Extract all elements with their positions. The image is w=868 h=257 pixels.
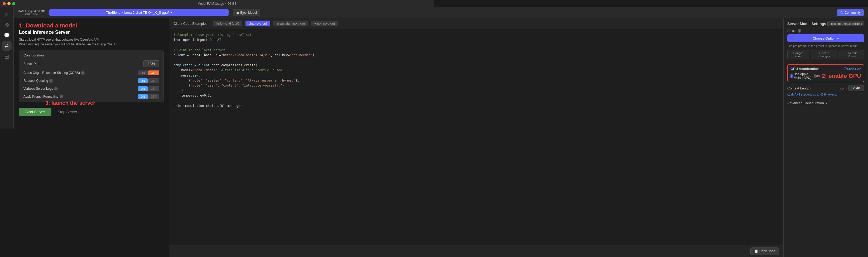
server-buttons: Start Server Stop Server	[19, 108, 164, 116]
eject-label: Eject Model	[240, 11, 257, 15]
request-queue-row: Request Queuing i ON OFF	[24, 78, 159, 83]
cors-on-button[interactable]: ON	[138, 70, 148, 75]
apply-prompt-row: Apply Prompt Formatting i ON OFF	[24, 94, 159, 99]
request-queue-toggle: ON OFF	[138, 78, 159, 83]
cors-off-button[interactable]: OFF	[148, 70, 159, 75]
left-panel: 1: Download a model Local Inference Serv…	[14, 18, 169, 128]
code-line: from openai import OpenAI	[174, 37, 434, 42]
tab-chat-python[interactable]: chat (python)	[246, 21, 270, 26]
tab-hello-world[interactable]: hello world (curl)	[213, 21, 242, 26]
titlebar: Model RAM Usage 4.56 GB	[0, 0, 434, 7]
header-bar: RAM Usage 4.56 GB CPU: 0 % TheBloke • ll…	[14, 7, 434, 18]
model-name-label: TheBloke • llama 2 chat 7B Q4_K_S gguf	[106, 10, 169, 15]
code-line	[174, 42, 434, 48]
code-line: completion = client.chat.completions.cre…	[174, 63, 434, 68]
cpu-value: 0 %	[33, 13, 38, 16]
code-line: ],	[174, 88, 434, 93]
ram-info: RAM Usage 4.56 GB CPU: 0 %	[18, 9, 45, 16]
code-line: {"role": "user", "content": "Introduce y…	[174, 83, 434, 88]
request-queue-info-icon[interactable]: i	[49, 79, 53, 83]
request-queue-label: Request Queuing i	[24, 79, 53, 83]
request-queue-off-button[interactable]: OFF	[148, 78, 159, 83]
code-line: # Example: reuse your existing OpenAI se…	[174, 32, 434, 37]
code-line: temperature=0.7,	[174, 93, 434, 98]
code-line	[174, 58, 434, 63]
ram-label: RAM Usage	[18, 9, 33, 13]
minimize-button[interactable]	[7, 2, 10, 5]
sidebar: ⌂ ◎ 💬 ⇄ ▤	[0, 7, 14, 128]
cors-label: Cross-Origin-Resource-Sharing (CORS) i	[24, 71, 85, 75]
cors-toggle: ON OFF	[138, 70, 159, 75]
verbose-info-icon[interactable]: i	[54, 87, 58, 90]
request-queue-on-button[interactable]: ON	[138, 78, 148, 83]
annotation-download: 1: Download a model	[19, 22, 164, 29]
code-line: model="local-model", # this field is cur…	[174, 68, 434, 73]
stop-server-button[interactable]: Stop Server	[54, 108, 82, 116]
sidebar-item-search[interactable]: ◎	[2, 20, 11, 30]
code-line: # Point to the local server	[174, 48, 434, 53]
start-server-button[interactable]: Start Server	[19, 108, 52, 116]
verbose-log-row: Verbose Server Logs i ON OFF	[24, 86, 159, 91]
cpu-label: CPU:	[25, 13, 32, 16]
server-port-input[interactable]	[144, 60, 159, 67]
code-line: messages=[	[174, 73, 434, 78]
apply-prompt-toggle: ON OFF	[138, 94, 159, 99]
tab-vision[interactable]: vision (python)	[311, 21, 338, 26]
code-body: # Example: reuse your existing OpenAI se…	[169, 29, 434, 128]
sidebar-item-folder[interactable]: ▤	[2, 52, 11, 61]
model-chevron-icon: ▾	[170, 10, 172, 15]
code-header: Client Code Examples hello world (curl) …	[169, 18, 434, 29]
eject-icon: ⏏	[236, 11, 239, 15]
model-selector-button[interactable]: TheBloke • llama 2 chat 7B Q4_K_S gguf ▾	[49, 9, 228, 17]
tab-ai-assistant[interactable]: ai assistant (python)	[273, 21, 308, 26]
code-line: client = OpenAI(base_url="http://localho…	[174, 53, 434, 58]
server-port-row: Server Port	[24, 60, 159, 67]
code-line	[174, 98, 434, 103]
apply-on-button[interactable]: ON	[138, 94, 148, 99]
window-controls	[3, 2, 15, 5]
eject-model-button[interactable]: ⏏ Eject Model	[233, 9, 260, 17]
configuration-box: Configuration Server Port Cross-Origin-R…	[19, 50, 164, 103]
panel-desc-line1: Start a local HTTP server that behaves l…	[19, 37, 164, 42]
code-line: {"role": "system", "content": "Always an…	[174, 78, 434, 83]
close-button[interactable]	[3, 2, 6, 5]
window-title: Model RAM Usage 4.56 GB	[197, 2, 237, 5]
server-port-label: Server Port	[24, 62, 39, 66]
ram-value: 4.56 GB	[34, 9, 45, 13]
panel-desc-line2: When running the server you will not be …	[19, 42, 164, 47]
verbose-on-button[interactable]: ON	[138, 86, 148, 91]
verbose-label: Verbose Server Logs i	[24, 87, 58, 90]
sidebar-item-home[interactable]: ⌂	[2, 9, 11, 19]
code-line: print(completion.choices[0].message)	[174, 104, 434, 109]
code-examples-title: Client Code Examples	[174, 22, 208, 26]
maximize-button[interactable]	[12, 2, 15, 5]
sidebar-item-chat[interactable]: 💬	[2, 31, 11, 40]
content-area: 1: Download a model Local Inference Serv…	[14, 18, 434, 128]
config-title: Configuration	[24, 53, 159, 57]
verbose-toggle: ON OFF	[138, 86, 159, 91]
verbose-off-button[interactable]: OFF	[148, 86, 159, 91]
panel-description: Start a local HTTP server that behaves l…	[19, 37, 164, 47]
middle-panel: Client Code Examples hello world (curl) …	[169, 18, 434, 128]
apply-prompt-label: Apply Prompt Formatting i	[24, 95, 63, 98]
apply-off-button[interactable]: OFF	[148, 94, 159, 99]
apply-prompt-info-icon[interactable]: i	[60, 95, 63, 98]
cors-row: Cross-Origin-Resource-Sharing (CORS) i O…	[24, 70, 159, 75]
panel-title: Local Inference Server	[19, 30, 164, 35]
annotation-launch: 3: launch the server	[45, 100, 95, 106]
cors-info-icon[interactable]: i	[81, 71, 85, 75]
sidebar-item-transfer[interactable]: ⇄	[2, 41, 11, 51]
